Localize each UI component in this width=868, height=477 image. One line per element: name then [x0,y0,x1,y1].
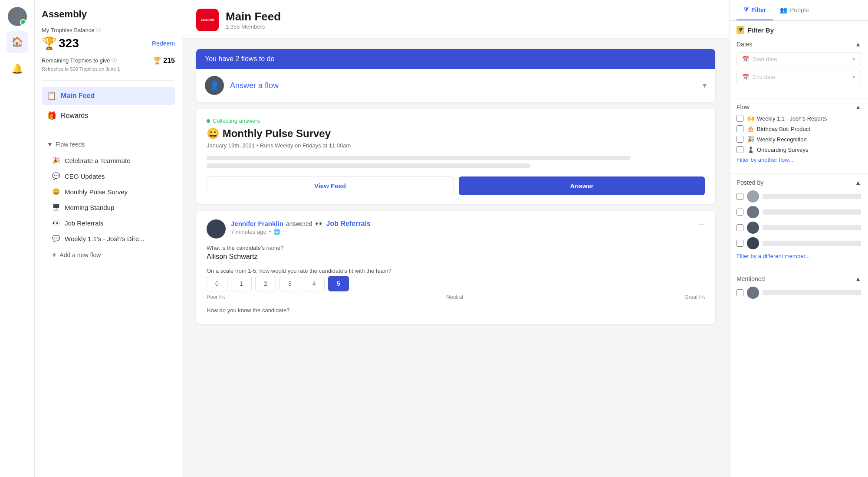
flow-label-3: ♟️ Onboarding Surveys [747,146,809,153]
answer-button[interactable]: Answer [459,176,705,195]
ceo-icon: 💬 [52,172,60,180]
bell-icon: 🔔 [11,63,23,75]
flow-label-1: 🎂 Birthday Bot: Product [747,125,810,132]
bell-nav-button[interactable]: 🔔 [7,58,28,80]
add-flow-button[interactable]: + Add a new flow [42,248,175,262]
start-date-dropdown-icon: ▾ [852,56,855,62]
flow-answer-row: 👤 Answer a flow ▾ [196,69,715,102]
flow-label-2: 🎉 Weekly Recognition [747,136,807,143]
responder-name[interactable]: Jennifer Franklin [231,220,283,227]
survey-meta: January 13th, 2021 • Runs Weekly on Frid… [207,142,705,149]
remaining-row: Remaining Trophies to give ⓘ 🏆 215 [42,56,175,65]
answer-flow-link[interactable]: Answer a flow [230,81,697,90]
divider-posted [730,173,868,174]
rating-2-button[interactable]: 2 [255,276,276,291]
posted-checkbox-0[interactable] [736,193,743,200]
rating-labels: Poor Fit Neutral Great Fit [207,294,705,300]
posted-name-3 [763,241,861,246]
response-card: Jennifer Franklin answered 👀 Job Referra… [196,211,715,324]
filter-more-flow-link[interactable]: Filter by another flow... [736,157,861,163]
posted-by-section-title[interactable]: Posted by ▲ [736,179,861,186]
start-date-placeholder: Start date [753,56,777,62]
flow-checkbox-0[interactable] [736,115,743,122]
flow-checkbox-3[interactable] [736,146,743,153]
rating-3-button[interactable]: 3 [279,276,300,291]
flow-feeds-label: Flow feeds [56,141,85,148]
flow-section-title[interactable]: Flow ▲ [736,104,861,111]
flow-item-pulse[interactable]: 😀 Monthly Pulse Survey [42,184,175,199]
posted-by-row-3 [736,237,861,249]
divider-mentioned [730,270,868,270]
mentioned-name-0 [763,290,861,295]
flow-filter-item-2: 🎉 Weekly Recognition [736,136,861,143]
rating-4-button[interactable]: 4 [304,276,325,291]
view-feed-button[interactable]: View Feed [207,176,454,195]
more-options-icon[interactable]: ··· [698,219,705,229]
dropdown-arrow-icon[interactable]: ▾ [703,81,707,90]
flow-item-celebrate[interactable]: 🎉 Celebrate a Teammate [42,153,175,168]
remaining-info-icon[interactable]: ⓘ [112,57,117,64]
feed-title: Main Feed [226,10,281,23]
rating-5-button[interactable]: 5 [328,276,349,291]
flow-item-ceo[interactable]: 💬 CEO Updates [42,169,175,183]
right-tabs: ⧩ Filter 👥 People [730,0,868,21]
main-content: Coca-Cola Main Feed 1,355 Members You ha… [182,0,729,477]
start-date-input[interactable]: 📅 Start date ▾ [736,52,861,66]
flow-item-job[interactable]: 👀 Job Referrals [42,216,175,230]
nav-item-rewards-label: Rewards [61,112,88,120]
question-2-label: On a scale from 1-5, how would you rate … [207,268,705,274]
divider-1 [42,80,175,81]
nav-item-rewards[interactable]: 🎁 Rewards [42,107,175,125]
tab-people[interactable]: 👥 People [773,0,816,20]
nav-item-main-feed[interactable]: 📋 Main Feed [42,87,175,105]
main-sidebar: Assembly My Trophies Balance ⓘ 🏆 323 Red… [35,0,182,477]
pulse-icon: 😀 [52,188,60,196]
placeholder-bar-2 [207,163,530,168]
survey-card: Collecting answers 😀 Monthly Pulse Surve… [196,109,715,204]
rating-row: 0 1 2 3 4 5 [207,276,705,291]
flow-emoji-3: ♟️ [747,146,754,153]
user-avatar[interactable] [8,7,27,26]
tab-filter-label: Filter [751,7,766,13]
redeem-link[interactable]: Redeem [152,40,175,47]
flow-link[interactable]: Job Referrals [326,220,371,228]
mentioned-section-title[interactable]: Mentioned ▲ [736,275,861,282]
time-ago: 7 minutes ago [231,229,266,235]
refreshes-text: Refreshes to 500 Trophies on June 1 [42,66,175,72]
dates-section-title[interactable]: Dates ▲ [736,41,861,48]
filter-by-icon: ⧩ [736,26,744,34]
survey-actions: View Feed Answer [207,176,705,195]
posted-checkbox-2[interactable] [736,224,743,231]
responder-info: Jennifer Franklin answered 👀 Job Referra… [231,219,371,235]
flow-checkbox-2[interactable] [736,136,743,143]
filter-section-dates: Dates ▲ 📅 Start date ▾ 📅 End date ▾ [730,41,868,95]
responder-avatar [207,219,226,238]
end-date-input[interactable]: 📅 End date ▾ [736,70,861,84]
posted-checkbox-3[interactable] [736,240,743,247]
company-name: Assembly [42,9,175,20]
rating-label-mid: Neutral [446,294,463,300]
trophy-icon-remaining: 🏆 [153,56,161,65]
posted-checkbox-1[interactable] [736,209,743,216]
main-feed-icon: 📋 [47,91,56,101]
rating-label-left: Poor Fit [207,294,225,300]
flow-todo-card: You have 2 flows to do 👤 Answer a flow ▾ [196,49,715,102]
flow-feeds-header[interactable]: ▼ Flow feeds [42,137,175,151]
divider-flow [730,98,868,98]
balance-amount: 🏆 323 [42,36,79,50]
rewards-icon: 🎁 [47,111,56,121]
calendar-icon-end: 📅 [742,74,749,80]
flow-item-standup[interactable]: 🖥️ Morning Standup [42,200,175,215]
rating-1-button[interactable]: 1 [231,276,252,291]
flow-checkbox-1[interactable] [736,125,743,132]
flow-item-weekly[interactable]: 💬 Weekly 1:1's - Josh's Dire... [42,231,175,246]
filter-by-header: ⧩ Filter By [730,21,868,34]
tab-filter[interactable]: ⧩ Filter [736,0,773,20]
chevron-down-icon: ▼ [47,141,53,148]
trophies-info-icon[interactable]: ⓘ [96,27,101,33]
flow-emoji-0: 🙌 [747,115,754,122]
mentioned-checkbox-0[interactable] [736,289,743,296]
home-nav-button[interactable]: 🏠 [7,31,28,53]
rating-0-button[interactable]: 0 [207,276,227,291]
filter-more-posted-link[interactable]: Filter by a different member... [736,253,861,259]
